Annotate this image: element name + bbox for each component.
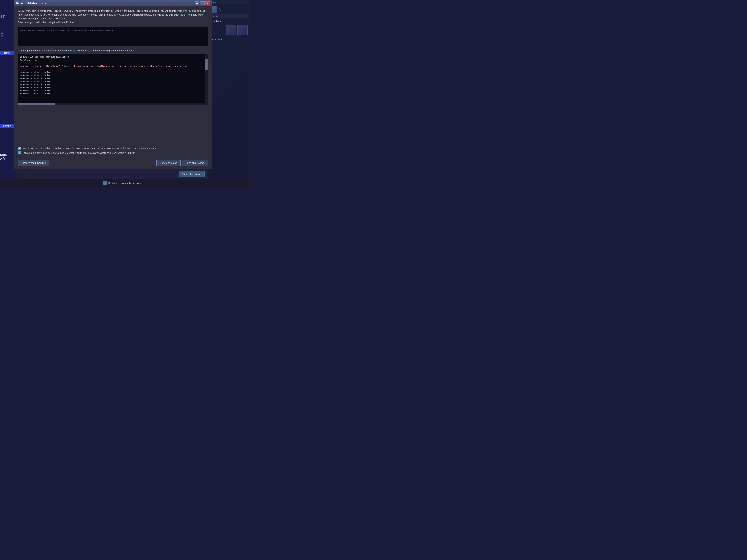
scrollbar-thumb[interactable] bbox=[205, 59, 208, 70]
bottom-bar: ↓ Downloads - 4 of 4 Items Complete bbox=[0, 179, 249, 187]
stack-line-3: ManorLords_Win64_Shipping bbox=[20, 77, 206, 80]
stack-line-6: ManorLords_Win64_Shipping bbox=[20, 86, 206, 89]
view-all-store-button[interactable]: View all in store bbox=[179, 171, 205, 178]
stack-line-2: ManorLords_Win64_Shipping bbox=[20, 74, 206, 77]
send-and-restart-button[interactable]: Send and Restart bbox=[182, 160, 208, 166]
ste-label: ST bbox=[0, 15, 5, 19]
unlocked-text-item: u've unlocke bbox=[208, 18, 249, 24]
lable-label: LABLE bbox=[0, 124, 15, 128]
epic-account-line: EpicAccountId: bbox=[20, 59, 206, 62]
dialog-content: We are very sorry that this crash occurr… bbox=[14, 6, 212, 144]
include-logs-label: Include log files with submission. I und… bbox=[22, 146, 157, 150]
page-label: Page bbox=[0, 32, 3, 38]
send-and-close-button[interactable]: Send and Close bbox=[156, 160, 181, 166]
include-logs-checkbox[interactable] bbox=[18, 147, 21, 150]
agree-contact-row: I agree to be contacted by Epic Games vi… bbox=[18, 151, 208, 155]
stack-line-5: ManorLords_Win64_Shipping bbox=[20, 83, 206, 86]
game-title-label: MAN AR bbox=[0, 153, 7, 161]
include-logs-row: Include log files with submission. I und… bbox=[18, 146, 208, 150]
error-line: LowLevelFatalError [File:Unknown] [Line:… bbox=[20, 65, 206, 68]
achievement-section-header: HIEVEMEN bbox=[208, 14, 249, 18]
crash-info-text-2: ) and the following summary information: bbox=[91, 49, 134, 52]
login-id-line: LoginId:38999d894db25aa5fc0f12863b1dcdba bbox=[20, 56, 206, 59]
horizontal-scrollbar[interactable] bbox=[18, 103, 205, 105]
stack-line-7: ManorLords_Win64_Shipping bbox=[20, 89, 206, 92]
agree-contact-label: I agree to be contacted by Epic Games vi… bbox=[22, 151, 135, 155]
crash-log-box[interactable]: LoginId:38999d894db25aa5fc0f12863b1dcdba… bbox=[18, 54, 208, 105]
download-status-text: Downloads - 4 of 4 Items Complete bbox=[108, 182, 146, 184]
dialog-title: Unreal: UE4-ManorLords bbox=[16, 2, 47, 5]
stack-line-1: ManorLords_Win64_Shipping bbox=[20, 71, 206, 74]
dialog-titlebar: Unreal: UE4-ManorLords — □ ✕ bbox=[14, 0, 212, 6]
achievement-items bbox=[208, 24, 249, 37]
blank-line-2 bbox=[20, 68, 206, 71]
close-without-sending-button[interactable]: Close Without Sending bbox=[18, 160, 49, 166]
checkboxes-section: Include log files with submission. I und… bbox=[14, 144, 212, 158]
red-label: RED bbox=[0, 51, 14, 55]
crash-info-text-1: Crash reports comprise diagnostics files… bbox=[18, 49, 62, 52]
minimize-button[interactable]: — bbox=[195, 1, 199, 5]
achievement-thumb-1 bbox=[226, 25, 236, 35]
crash-reporter-dialog: Unreal: UE4-ManorLords — □ ✕ We are very… bbox=[14, 0, 212, 169]
intro-text-3: Thanks for your help in improving the Un… bbox=[18, 21, 74, 24]
friend-item-1: K 10 bbox=[208, 4, 249, 14]
agree-contact-checkbox[interactable] bbox=[18, 152, 21, 155]
maximize-button[interactable]: □ bbox=[200, 1, 205, 5]
bug-submission-link[interactable]: Bug Submission Form bbox=[169, 14, 192, 16]
intro-paragraph: We are very sorry that this crash occurr… bbox=[18, 9, 208, 24]
crash-description-input[interactable] bbox=[18, 27, 208, 46]
achievement-thumb-2 bbox=[237, 25, 248, 35]
download-icon: ↓ bbox=[103, 181, 107, 185]
view-directory-link[interactable]: click here to view directory bbox=[62, 49, 90, 52]
crash-info-section: Crash reports comprise diagnostics files… bbox=[18, 49, 208, 105]
friend-info-1: K 10 bbox=[218, 7, 248, 11]
friend-name-1: K bbox=[218, 7, 248, 9]
close-button[interactable]: ✕ bbox=[205, 1, 210, 5]
crash-info-header: Crash reports comprise diagnostics files… bbox=[18, 49, 208, 52]
titlebar-buttons: — □ ✕ bbox=[195, 1, 210, 5]
blank-line-1 bbox=[20, 62, 206, 65]
stack-line-8: ManorLords_Win64_Shipping bbox=[20, 92, 206, 96]
stack-line-4: ManorLords_Win64_Shipping bbox=[20, 80, 206, 83]
right-panel: END riends I K 10 HIEVEMEN u've unlocke … bbox=[208, 0, 249, 187]
vertical-scrollbar[interactable] bbox=[205, 54, 208, 105]
friend-game-1: 10 bbox=[218, 9, 248, 11]
right-buttons-group: Send and Close Send and Restart bbox=[156, 160, 208, 166]
store-bar: View all in store bbox=[16, 169, 208, 179]
friends-section-header: riends I bbox=[208, 0, 249, 4]
locked-text-item: cked Achiever bbox=[208, 37, 249, 42]
hscrollbar-thumb[interactable] bbox=[18, 103, 55, 105]
buttons-row: Close Without Sending Send and Close Sen… bbox=[14, 158, 212, 169]
